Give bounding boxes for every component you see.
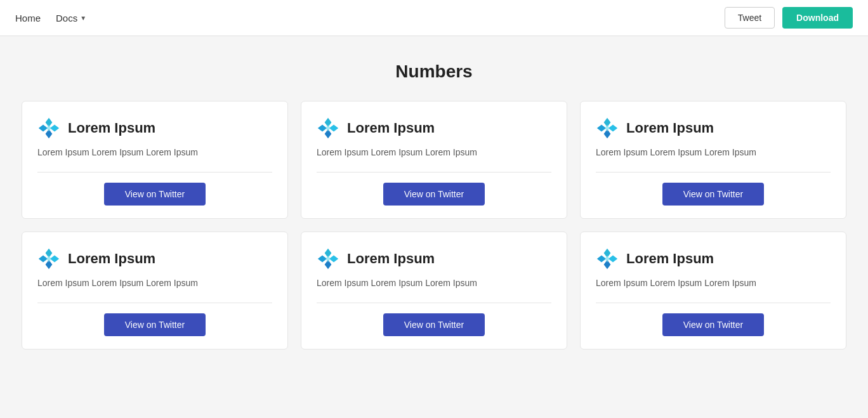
svg-marker-9 [326, 125, 330, 132]
svg-marker-27 [597, 256, 606, 263]
card-divider [317, 172, 551, 173]
card-item: Lorem Ipsum Lorem Ipsum Lorem Ipsum Lore… [580, 101, 846, 219]
logo-icon [37, 247, 60, 270]
card-description: Lorem Ipsum Lorem Ipsum Lorem Ipsum [596, 277, 831, 290]
logo-icon [317, 247, 339, 270]
svg-marker-24 [326, 256, 330, 263]
svg-marker-29 [605, 256, 609, 263]
view-on-twitter-button[interactable]: View on Twitter [104, 183, 206, 206]
view-on-twitter-button[interactable]: View on Twitter [383, 183, 485, 206]
svg-marker-7 [318, 125, 327, 132]
card-description: Lorem Ipsum Lorem Ipsum Lorem Ipsum [37, 277, 272, 290]
logo-icon [37, 117, 60, 140]
view-on-twitter-button[interactable]: View on Twitter [662, 313, 764, 336]
nav-right: Tweet Download [725, 7, 853, 29]
nav-docs[interactable]: Docs ▼ [56, 13, 86, 23]
card-title: Lorem Ipsum [68, 251, 155, 267]
card-item: Lorem Ipsum Lorem Ipsum Lorem Ipsum Lore… [580, 232, 846, 349]
view-on-twitter-button[interactable]: View on Twitter [383, 313, 485, 336]
card-header: Lorem Ipsum [596, 117, 831, 140]
svg-marker-22 [318, 256, 327, 263]
card-header: Lorem Ipsum [37, 117, 272, 140]
svg-marker-12 [597, 125, 606, 132]
card-description: Lorem Ipsum Lorem Ipsum Lorem Ipsum [317, 146, 551, 159]
navbar: Home Docs ▼ Tweet Download [0, 0, 868, 36]
logo-icon [596, 117, 619, 140]
nav-home[interactable]: Home [15, 13, 41, 23]
card-divider [37, 303, 272, 303]
card-item: Lorem Ipsum Lorem Ipsum Lorem Ipsum Lore… [301, 101, 567, 219]
view-on-twitter-button[interactable]: View on Twitter [662, 183, 764, 206]
page-title: Numbers [19, 62, 849, 82]
svg-marker-17 [39, 256, 48, 263]
docs-label: Docs [56, 13, 77, 23]
card-header: Lorem Ipsum [37, 247, 272, 270]
svg-marker-3 [50, 125, 59, 132]
svg-marker-18 [50, 256, 59, 263]
card-description: Lorem Ipsum Lorem Ipsum Lorem Ipsum [596, 146, 831, 159]
cards-grid: Lorem Ipsum Lorem Ipsum Lorem Ipsum Lore… [22, 101, 846, 349]
view-on-twitter-button[interactable]: View on Twitter [104, 313, 206, 336]
tweet-button[interactable]: Tweet [725, 7, 775, 29]
svg-marker-19 [46, 256, 51, 263]
logo-icon [317, 117, 339, 140]
card-title: Lorem Ipsum [347, 120, 435, 136]
card-item: Lorem Ipsum Lorem Ipsum Lorem Ipsum Lore… [301, 232, 567, 349]
logo-icon [596, 247, 619, 270]
nav-left: Home Docs ▼ [15, 13, 86, 23]
card-description: Lorem Ipsum Lorem Ipsum Lorem Ipsum [317, 277, 551, 290]
card-divider [596, 172, 831, 173]
card-title: Lorem Ipsum [347, 251, 435, 267]
main-content: Numbers Lorem Ipsum Lorem [0, 36, 868, 375]
download-button[interactable]: Download [782, 7, 853, 29]
card-item: Lorem Ipsum Lorem Ipsum Lorem Ipsum Lore… [22, 232, 288, 349]
svg-marker-8 [329, 125, 338, 132]
svg-marker-4 [46, 125, 51, 132]
card-item: Lorem Ipsum Lorem Ipsum Lorem Ipsum Lore… [22, 101, 288, 219]
svg-marker-28 [608, 256, 617, 263]
svg-marker-13 [608, 125, 617, 132]
card-title: Lorem Ipsum [626, 251, 714, 267]
card-title: Lorem Ipsum [626, 120, 714, 136]
svg-marker-23 [329, 256, 338, 263]
card-divider [37, 172, 272, 173]
card-header: Lorem Ipsum [317, 117, 551, 140]
card-divider [596, 303, 831, 303]
chevron-down-icon: ▼ [80, 15, 86, 22]
card-description: Lorem Ipsum Lorem Ipsum Lorem Ipsum [37, 146, 272, 159]
card-title: Lorem Ipsum [68, 120, 155, 136]
card-header: Lorem Ipsum [596, 247, 831, 270]
svg-marker-14 [605, 125, 609, 132]
svg-marker-2 [39, 125, 48, 132]
card-header: Lorem Ipsum [317, 247, 551, 270]
card-divider [317, 303, 551, 303]
